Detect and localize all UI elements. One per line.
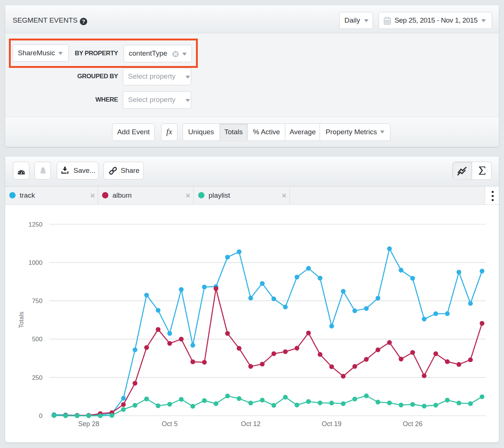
svg-text:Oct 5: Oct 5 <box>162 420 178 428</box>
svg-text:1000: 1000 <box>29 259 43 266</box>
svg-text:Oct 19: Oct 19 <box>322 420 341 428</box>
svg-text:0: 0 <box>39 412 42 419</box>
svg-text:750: 750 <box>32 297 42 304</box>
svg-text:Sep 28: Sep 28 <box>78 420 99 428</box>
svg-text:Oct 26: Oct 26 <box>403 420 422 428</box>
svg-text:Totals: Totals <box>18 312 25 328</box>
svg-text:Oct 12: Oct 12 <box>241 420 261 428</box>
svg-text:500: 500 <box>32 336 42 343</box>
svg-text:1250: 1250 <box>29 221 43 228</box>
svg-text:250: 250 <box>32 374 42 381</box>
